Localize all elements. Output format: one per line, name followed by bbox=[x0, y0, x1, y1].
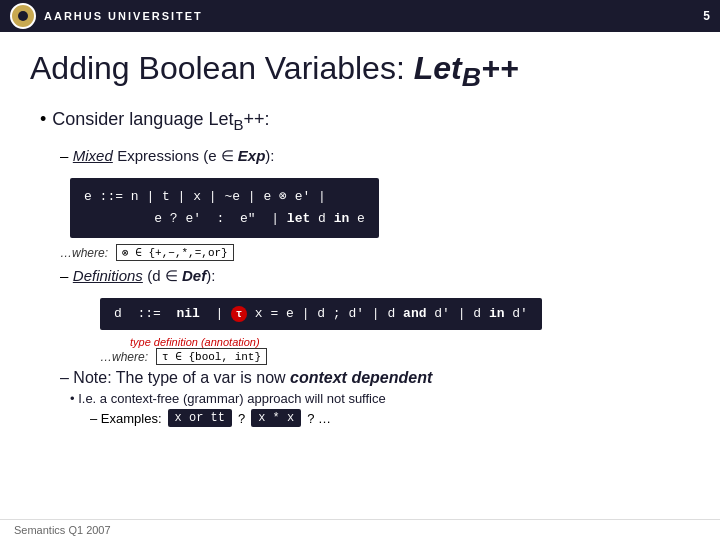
definitions-label: Definitions bbox=[73, 267, 143, 284]
bullet-section: • Consider language LetB++: – Mixed Expr… bbox=[40, 109, 690, 427]
where2-label: …where: bbox=[100, 350, 148, 364]
logo-circle bbox=[10, 3, 36, 29]
context-dependent: context dependent bbox=[290, 369, 432, 386]
title-italic: LetB++ bbox=[414, 50, 519, 86]
example1-box: x or tt bbox=[168, 409, 232, 427]
title-sub: B bbox=[462, 62, 481, 92]
slide-number: 5 bbox=[703, 9, 710, 23]
footer-bar: Semantics Q1 2007 bbox=[0, 519, 720, 540]
sub-mixed: – Mixed Expressions (e ∈ Exp): bbox=[60, 145, 690, 166]
dash1: – bbox=[60, 147, 68, 164]
mixed-label: Mixed bbox=[73, 147, 113, 164]
bullet1-dot: • bbox=[40, 109, 46, 131]
university-name: AARHUS UNIVERSITET bbox=[44, 10, 203, 22]
main-content: Adding Boolean Variables: LetB++ • Consi… bbox=[0, 32, 720, 437]
note-line: – Note: The type of a var is now context… bbox=[60, 369, 690, 387]
footer-text: Semantics Q1 2007 bbox=[14, 524, 111, 536]
examples-label: – Examples: bbox=[90, 411, 162, 426]
header-bar: AARHUS UNIVERSITET 5 bbox=[0, 0, 720, 32]
university-logo: AARHUS UNIVERSITET bbox=[10, 3, 203, 29]
example2-box: x * x bbox=[251, 409, 301, 427]
sub-definitions: – Definitions (d ∈ Def): bbox=[60, 265, 690, 286]
slide-title: Adding Boolean Variables: LetB++ bbox=[30, 50, 690, 93]
bullet1-item: • Consider language LetB++: bbox=[40, 109, 690, 141]
def-text: (d ∈ Def): bbox=[147, 267, 215, 284]
def-italic: Def bbox=[182, 267, 206, 284]
dash2: – bbox=[60, 267, 68, 284]
logo-inner bbox=[18, 11, 28, 21]
where2-content: τ ∈ {bool, int} bbox=[156, 348, 267, 365]
annotation-text: type definition (annotation) bbox=[130, 336, 260, 348]
examples-row: – Examples: x or tt ? x * x ? … bbox=[90, 409, 690, 427]
code1-line2: e ? e' : e" | let d in e bbox=[84, 211, 365, 226]
expressions-text: Expressions (e ∈ Exp): bbox=[117, 147, 274, 164]
bullet1-text: Consider language LetB++: bbox=[52, 109, 269, 133]
where1-content: ⊗ ∈ {+,−,*,=,or} bbox=[116, 244, 234, 261]
code1-line1: e ::= n | t | x | ~e | e ⊗ e' | bbox=[84, 189, 326, 204]
question1: ? bbox=[238, 411, 245, 426]
question2: ? … bbox=[307, 411, 331, 426]
letb-italic: LetB bbox=[208, 109, 243, 129]
where-container-1: …where: ⊗ ∈ {+,−,*,=,or} bbox=[60, 244, 690, 261]
where1-label: …where: bbox=[60, 246, 108, 260]
exp-italic: Exp bbox=[238, 147, 266, 164]
code-block-1: e ::= n | t | x | ~e | e ⊗ e' | e ? e' :… bbox=[70, 178, 379, 238]
where-container-2: …where: τ ∈ {bool, int} bbox=[100, 348, 690, 365]
title-prefix: Adding Boolean Variables: bbox=[30, 50, 414, 86]
code-block-2-wrapper: d ::= nil | τ x = e | d ; d' | d and d' … bbox=[70, 292, 690, 348]
type-annotation: type definition (annotation) bbox=[130, 336, 690, 348]
code-block-2: d ::= nil | τ x = e | d ; d' | d and d' … bbox=[100, 298, 542, 330]
tau-circle: τ bbox=[231, 306, 247, 322]
sub-note: • I.e. a context-free (grammar) approach… bbox=[70, 391, 690, 406]
